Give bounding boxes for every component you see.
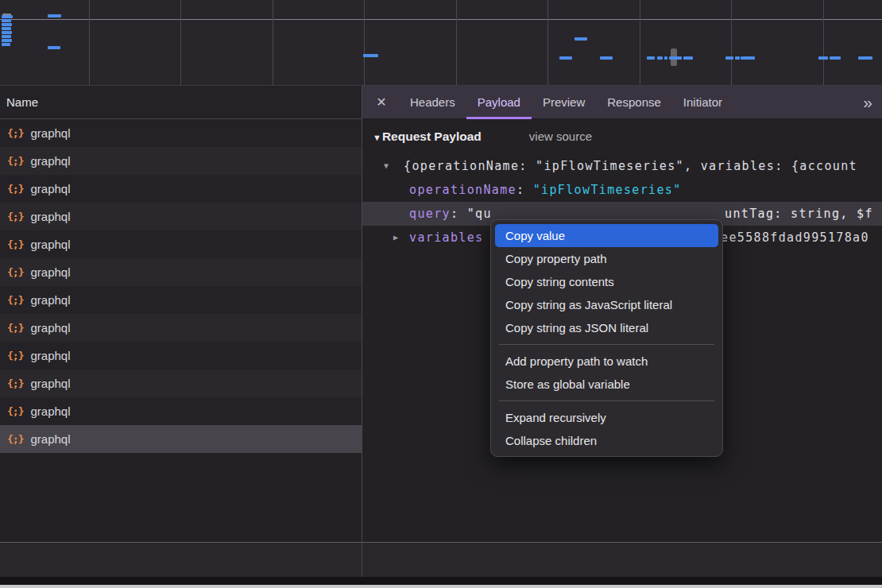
payload-root-preview: {operationName: "ipFlowTimeseries", vari…: [404, 154, 857, 178]
waterfall-bar: [363, 54, 378, 57]
waterfall-bar: [2, 43, 10, 46]
page-edge: [0, 585, 882, 588]
json-braces-icon: {;}: [7, 294, 23, 306]
waterfall-bar: [657, 56, 663, 60]
request-name-label: graphql: [30, 432, 70, 446]
request-row-graphql[interactable]: {;}graphql: [0, 286, 362, 314]
request-payload-title[interactable]: ▼Request Payload: [373, 130, 482, 144]
waterfall-bar: [830, 56, 841, 60]
overview-gridline: [364, 0, 365, 85]
overview-gridline: [180, 0, 181, 85]
payload-header: ▼Request Payload view source: [373, 130, 592, 144]
json-braces-icon: {;}: [7, 405, 23, 417]
overview-gridline: [547, 0, 548, 85]
request-row-graphql[interactable]: {;}graphql: [0, 369, 362, 397]
request-row-graphql[interactable]: {;}graphql: [0, 314, 362, 342]
operationname-entry: operationName: "ipFlowTimeseries": [409, 178, 682, 202]
close-icon[interactable]: ✕: [372, 93, 391, 112]
menu-item-copy-property-path[interactable]: Copy property path: [495, 247, 718, 270]
request-name-label: graphql: [30, 349, 70, 362]
expanded-triangle-icon[interactable]: ▼: [384, 154, 389, 178]
more-tabs-icon[interactable]: »: [863, 93, 871, 112]
waterfall-bar: [2, 19, 11, 22]
request-row-graphql[interactable]: {;}graphql: [0, 342, 362, 369]
waterfall-bar: [2, 23, 12, 26]
tab-response[interactable]: Response: [596, 86, 672, 119]
json-braces-icon: {;}: [7, 322, 23, 334]
overview-gridline: [89, 0, 90, 85]
variables-value-right-fragment: ee5588fdad995178a0: [721, 226, 869, 250]
menu-separator: [499, 400, 714, 401]
menu-item-copy-string-as-javascript-literal[interactable]: Copy string as JavaScript literal: [495, 293, 718, 316]
overview-gridline: [731, 0, 732, 85]
name-column-header[interactable]: Name: [0, 86, 362, 119]
menu-item-store-as-global-variable[interactable]: Store as global variable: [495, 373, 718, 396]
menu-item-collapse-children[interactable]: Collapse children: [495, 429, 718, 452]
request-row-graphql[interactable]: {;}graphql: [0, 258, 362, 286]
devtools-network-panel: Name {;}graphql{;}graphql{;}graphql{;}gr…: [0, 0, 882, 588]
request-row-graphql[interactable]: {;}graphql: [0, 425, 362, 453]
request-row-graphql[interactable]: {;}graphql: [0, 203, 362, 230]
query-value-right-fragment: untTag: string, $f: [725, 202, 873, 226]
request-list: {;}graphql{;}graphql{;}graphql{;}graphql…: [0, 119, 362, 542]
json-braces-icon: {;}: [7, 211, 23, 222]
waterfall-bar: [858, 56, 872, 60]
menu-item-expand-recursively[interactable]: Expand recursively: [495, 406, 718, 429]
request-name-label: graphql: [30, 238, 70, 251]
window-bottom-bar: [0, 577, 882, 585]
waterfall-bar: [741, 56, 755, 60]
waterfall-bar: [2, 39, 12, 42]
payload-root-row[interactable]: ▼ {operationName: "ipFlowTimeseries", va…: [362, 154, 882, 178]
tab-initiator[interactable]: Initiator: [672, 86, 733, 119]
request-name-label: graphql: [30, 182, 70, 195]
request-name-label: graphql: [30, 265, 70, 279]
waterfall-bar: [2, 15, 13, 18]
waterfall-bar: [48, 14, 61, 17]
network-overview-timeline[interactable]: [0, 0, 882, 86]
overview-gridline: [823, 0, 824, 85]
waterfall-bar: [600, 56, 613, 60]
waterfall-bar: [818, 56, 828, 60]
waterfall-bar: [735, 56, 740, 60]
menu-item-add-property-path-to-watch[interactable]: Add property path to watch: [495, 350, 718, 373]
tabs-container: HeadersPayloadPreviewResponseInitiator: [399, 86, 733, 118]
waterfall-bar: [574, 37, 587, 41]
menu-item-copy-string-contents[interactable]: Copy string contents: [495, 270, 718, 293]
menu-separator: [499, 344, 714, 345]
request-row-graphql[interactable]: {;}graphql: [0, 175, 362, 203]
request-row-graphql[interactable]: {;}graphql: [0, 397, 362, 425]
variables-entry: variables: [409, 226, 483, 250]
waterfall-bar: [664, 56, 667, 60]
request-row-graphql[interactable]: {;}graphql: [0, 147, 362, 175]
request-name-label: graphql: [30, 404, 70, 418]
name-column-label: Name: [6, 95, 38, 109]
request-row-graphql[interactable]: {;}graphql: [0, 230, 362, 258]
payload-row-operationname[interactable]: operationName: "ipFlowTimeseries": [362, 178, 882, 202]
request-name-label: graphql: [30, 126, 70, 140]
collapsed-triangle-icon[interactable]: ▶: [393, 226, 398, 250]
waterfall-bar: [669, 56, 682, 60]
waterfall-bar: [2, 35, 11, 38]
overview-gridline: [640, 0, 640, 85]
context-menu: Copy valueCopy property pathCopy string …: [490, 219, 723, 457]
waterfall-bar: [48, 46, 60, 49]
overview-gridline: [273, 0, 273, 85]
waterfall-bar: [725, 56, 733, 60]
tab-preview[interactable]: Preview: [532, 86, 596, 119]
detail-tabbar: ✕ HeadersPayloadPreviewResponseInitiator…: [362, 86, 882, 119]
json-braces-icon: {;}: [7, 433, 23, 445]
request-row-graphql[interactable]: {;}graphql: [0, 119, 362, 147]
json-braces-icon: {;}: [7, 266, 23, 278]
menu-item-copy-string-as-json-literal[interactable]: Copy string as JSON literal: [495, 316, 718, 339]
request-name-label: graphql: [30, 321, 70, 335]
json-braces-icon: {;}: [7, 155, 23, 167]
menu-item-copy-value[interactable]: Copy value: [495, 224, 718, 247]
view-source-link[interactable]: view source: [529, 130, 592, 143]
waterfall-bar: [683, 56, 693, 60]
tab-payload[interactable]: Payload: [466, 86, 532, 119]
waterfall-bar: [647, 56, 655, 60]
panel-split-divider[interactable]: [362, 86, 362, 577]
tab-headers[interactable]: Headers: [399, 86, 466, 119]
json-braces-icon: {;}: [7, 127, 23, 139]
request-name-label: graphql: [30, 210, 70, 223]
